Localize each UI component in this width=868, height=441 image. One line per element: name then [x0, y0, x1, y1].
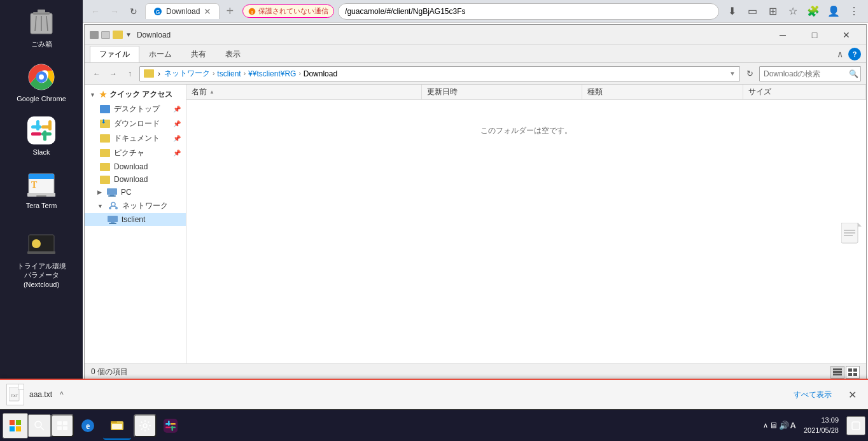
svg-rect-13	[36, 120, 39, 123]
breadcrumb-rg[interactable]: ¥¥tsclient¥RG	[248, 69, 296, 78]
search-taskbar-button[interactable]	[28, 414, 51, 437]
title-icons: ▼	[90, 31, 132, 39]
tiles-view-button[interactable]	[846, 366, 860, 379]
nav-up-button[interactable]: ↑	[123, 67, 137, 81]
breadcrumb-bar: › ネットワーク › tsclient › ¥¥tsclient¥RG › Do…	[139, 66, 740, 81]
grid-button[interactable]: ⊞	[764, 3, 781, 20]
breadcrumb-tsclient[interactable]: tsclient	[217, 69, 241, 78]
system-clock[interactable]: 13:09 2021/05/28	[799, 416, 844, 435]
breadcrumb-current: Download	[304, 69, 337, 78]
forward-button[interactable]: →	[107, 4, 122, 19]
col-header-type[interactable]: 種類	[582, 85, 743, 99]
nav-item-downloads[interactable]: ⬇ ダウンロード 📌	[85, 116, 186, 131]
desktop-icon-nextcloud[interactable]: トライアル環境パラメータ(Nextcloud)	[16, 228, 67, 289]
svg-rect-26	[36, 195, 46, 197]
col-header-name[interactable]: 名前 ▲	[186, 85, 422, 99]
browser-window: ← → ↻ G Download ✕ + ! 保護されていない通信 ⬇ ▭	[83, 0, 868, 382]
close-tab-button[interactable]: ✕	[204, 6, 211, 17]
tray-up-arrow[interactable]: ∧	[763, 421, 768, 430]
desktop-icon-recycle-bin[interactable]: ごみ箱	[16, 6, 67, 49]
download-item: TXT aaa.txt ^	[6, 384, 121, 405]
nav-item-pictures[interactable]: ピクチャ 📌	[85, 146, 186, 160]
address-refresh-button[interactable]: ↻	[743, 67, 757, 81]
desktop-file-aaa[interactable]: aaa	[841, 223, 862, 256]
task-view-icon	[57, 421, 67, 430]
download-button[interactable]: ⬇	[723, 3, 741, 20]
tab-file[interactable]: ファイル	[90, 46, 139, 62]
teraterm-icon: T	[26, 169, 57, 199]
nav-item-pc[interactable]: ▶ PC	[85, 186, 186, 199]
svg-rect-2	[38, 10, 45, 13]
nav-pictures-label: ピクチャ	[114, 148, 144, 158]
volume-tray-icon[interactable]: 🔊	[779, 421, 789, 430]
details-view-button[interactable]	[830, 366, 844, 379]
file-icon	[841, 223, 862, 247]
tab-view[interactable]: 表示	[216, 46, 250, 62]
breadcrumb-network[interactable]: ネットワーク	[164, 68, 210, 79]
quick-access-header[interactable]: ▼ ★ クイック アクセス	[85, 87, 186, 102]
ie-icon: e	[80, 418, 95, 433]
nav-item-download-1[interactable]: Download	[85, 160, 186, 173]
taskbar-explorer-button[interactable]	[103, 412, 131, 440]
ribbon-collapse-button[interactable]: ∧	[834, 49, 846, 59]
desktop-icon-slack[interactable]: Slack	[16, 115, 67, 156]
col-header-date[interactable]: 更新日時	[422, 85, 582, 99]
nav-item-tsclient[interactable]: tsclient	[85, 213, 186, 226]
nav-item-documents[interactable]: ドキュメント 📌	[85, 131, 186, 146]
svg-rect-70	[111, 421, 117, 423]
show-all-button[interactable]: すべて表示	[788, 387, 837, 403]
breadcrumb-dropdown-button[interactable]: ▼	[729, 70, 736, 77]
nav-back-button[interactable]: ←	[90, 67, 104, 81]
nav-desktop-label: デスクトップ	[114, 104, 160, 115]
maximize-button[interactable]: □	[800, 27, 829, 43]
tab-home[interactable]: ホーム	[139, 46, 181, 62]
help-button[interactable]: ?	[848, 48, 861, 60]
search-input[interactable]	[759, 66, 861, 81]
task-view-button[interactable]	[51, 414, 74, 437]
taskbar-slack-button[interactable]	[157, 412, 185, 440]
close-button[interactable]: ✕	[832, 27, 861, 43]
ime-tray-icon[interactable]: A	[790, 421, 796, 430]
new-tab-button[interactable]: +	[226, 4, 234, 18]
address-bar[interactable]	[338, 3, 719, 20]
desktop-icon-teraterm[interactable]: T Tera Term	[16, 169, 67, 209]
settings-button[interactable]	[134, 414, 157, 437]
search-button[interactable]: 🔍	[849, 69, 858, 78]
nav-item-download-2[interactable]: Download	[85, 173, 186, 186]
svg-point-61	[35, 421, 41, 428]
window-button[interactable]: ▭	[743, 3, 761, 20]
svg-rect-15	[41, 132, 52, 136]
tab-share[interactable]: 共有	[181, 46, 216, 62]
nav-forward-button[interactable]: →	[106, 67, 120, 81]
close-download-bar-button[interactable]: ✕	[843, 386, 862, 403]
title-icon-1	[90, 31, 99, 39]
notification-button[interactable]	[846, 416, 865, 435]
nav-download2-label: Download	[114, 175, 148, 184]
reload-button[interactable]: ↻	[126, 4, 141, 19]
svg-marker-82	[19, 387, 22, 389]
menu-button[interactable]: ⋮	[845, 3, 863, 20]
title-dropdown-arrow[interactable]: ▼	[125, 31, 132, 38]
svg-rect-29	[27, 251, 55, 254]
nav-pc-label: PC	[121, 188, 132, 197]
col-header-size[interactable]: サイズ	[743, 85, 866, 99]
start-button[interactable]	[3, 413, 28, 438]
extensions-button[interactable]: 🧩	[804, 3, 822, 20]
back-button[interactable]: ←	[88, 4, 103, 19]
svg-rect-78	[165, 426, 171, 428]
account-button[interactable]: 👤	[825, 3, 843, 20]
pictures-folder-icon	[100, 149, 110, 157]
bookmark-button[interactable]: ☆	[784, 3, 802, 20]
download-chevron-button[interactable]: ^	[57, 388, 66, 402]
svg-line-45	[110, 206, 113, 207]
network-tray-icon[interactable]: 🖥	[769, 421, 778, 430]
breadcrumb-folder-icon	[144, 69, 154, 78]
nav-item-network[interactable]: ▼ ネットワーク	[85, 199, 186, 213]
desktop-icon-chrome[interactable]: Google Chrome	[16, 62, 67, 102]
nav-item-desktop[interactable]: デスクトップ 📌	[85, 102, 186, 116]
empty-folder-message: このフォルダーは空です。	[186, 100, 866, 162]
breadcrumb-sep-3: ›	[244, 70, 246, 77]
minimize-button[interactable]: ─	[768, 27, 797, 43]
chrome-icon	[26, 62, 57, 92]
taskbar-ie-button[interactable]: e	[74, 412, 102, 440]
